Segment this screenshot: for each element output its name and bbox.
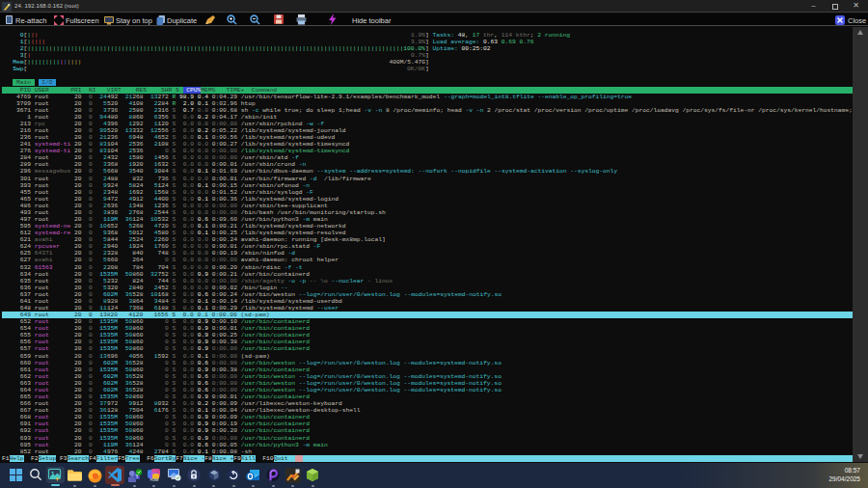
svg-text:PUSE: PUSE	[150, 478, 159, 482]
